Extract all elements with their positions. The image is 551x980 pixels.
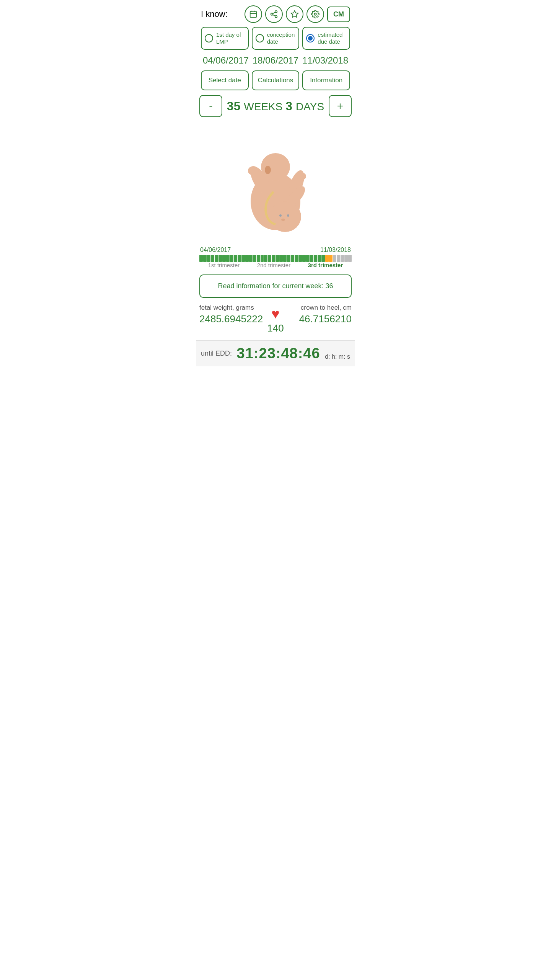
bar-cell [215,255,218,262]
bar-cell [333,255,336,262]
svg-marker-12 [291,11,298,17]
select-date-button[interactable]: Select date [201,70,249,90]
bar-cell [348,255,352,262]
weeks-row: - 35 WEEKS 3 DAYS + [196,95,355,117]
weeks-number: 35 [227,99,241,113]
crown-heel-stat: crown to heel, cm 46.7156210 [284,304,352,325]
fetal-weight-stat: fetal weight, grams 2485.6945222 [199,304,267,325]
edd-timer-value: 31:23:48:46 [237,345,320,362]
stats-row: fetal weight, grams 2485.6945222 ♥ 140 c… [196,304,355,340]
svg-point-24 [265,166,271,174]
radio-circle-edd [306,34,315,42]
radio-conception[interactable]: conceptiondate [252,27,300,50]
svg-point-17 [287,214,289,217]
bar-cell [302,255,306,262]
fetal-weight-label: fetal weight, grams [199,304,267,312]
progress-bar [199,255,352,262]
bar-cell [203,255,207,262]
radio-circle-conception [256,34,264,42]
conception-date: 18/06/2017 [253,55,298,66]
svg-point-8 [271,13,273,15]
timeline-end-date: 11/03/2018 [320,247,351,253]
cm-button[interactable]: CM [327,7,350,22]
bar-cell [325,255,329,262]
information-button[interactable]: Information [302,70,350,90]
top-icons: CM [245,5,350,23]
bar-cell [245,255,249,262]
radio-lmp[interactable]: 1st day ofLMP [201,27,249,50]
edd-date: 11/03/2018 [302,55,348,66]
bar-cell [249,255,253,262]
trimester-labels: 1st trimester 2nd trimester 3rd trimeste… [199,262,352,268]
days-unit: DAYS [296,101,324,113]
share-icon[interactable] [265,5,283,23]
timeline-dates: 04/06/2017 11/03/2018 [199,247,352,253]
bar-cell [283,255,287,262]
calculations-button[interactable]: Calculations [252,70,300,90]
bar-cell [222,255,226,262]
radio-circle-lmp [205,34,213,42]
dates-row: 04/06/2017 18/06/2017 11/03/2018 [196,53,355,70]
bar-cell [306,255,310,262]
svg-point-25 [281,219,285,221]
timeline-start-date: 04/06/2017 [200,247,231,253]
bar-cell [298,255,302,262]
bar-cell [276,255,279,262]
svg-point-16 [279,214,282,217]
dhms-label: d: h: m: s [325,353,350,362]
bar-cell [310,255,313,262]
read-info-button[interactable]: Read information for current week: 36 [199,274,352,298]
top-bar: I know: [196,0,355,27]
minus-button[interactable]: - [199,95,222,117]
action-buttons-row: Select date Calculations Information [196,70,355,90]
radio-label-edd: estimateddue date [318,31,342,45]
bar-cell [211,255,214,262]
edd-bar: until EDD: 31:23:48:46 d: h: m: s [196,340,355,366]
radio-label-lmp: 1st day ofLMP [216,31,241,45]
svg-line-10 [273,15,275,16]
bar-cell [295,255,298,262]
fetus-svg [226,125,325,240]
bar-cell [341,255,344,262]
trimester-2-label: 2nd trimester [257,262,291,268]
bar-cell [241,255,245,262]
bar-cell [218,255,222,262]
crown-heel-value: 46.7156210 [284,313,352,325]
bar-cell [238,255,241,262]
bar-cell [226,255,230,262]
bar-cell [318,255,321,262]
bar-cell [314,255,317,262]
bar-cell [230,255,233,262]
bar-cell [199,255,203,262]
bar-cell [287,255,290,262]
bar-cell [264,255,267,262]
svg-point-7 [275,11,277,13]
days-number: 3 [285,99,292,113]
bar-cell [337,255,340,262]
fetus-illustration [196,121,355,243]
radio-edd[interactable]: estimateddue date [302,27,350,50]
bar-cell [253,255,256,262]
bar-cell [234,255,237,262]
svg-point-19 [248,166,259,175]
svg-point-9 [275,16,277,18]
bar-cell [344,255,348,262]
bar-cell [207,255,210,262]
weeks-display: 35 WEEKS 3 DAYS [227,99,324,113]
settings-icon[interactable] [306,5,324,23]
bar-cell [257,255,260,262]
lmp-date: 04/06/2017 [203,55,249,66]
until-edd-label: until EDD: [201,350,232,358]
svg-rect-0 [250,11,257,18]
star-icon[interactable] [286,5,303,23]
crown-heel-label: crown to heel, cm [284,304,352,312]
radio-label-conception: conceptiondate [267,31,295,45]
calendar-icon[interactable] [245,5,262,23]
weeks-unit: WEEKS [244,101,285,113]
plus-button[interactable]: + [329,95,352,117]
svg-point-13 [314,13,316,15]
trimester-1-label: 1st trimester [208,262,240,268]
bar-cell [329,255,333,262]
timeline-section: 04/06/2017 11/03/2018 1st trimester 2nd … [196,243,355,274]
heart-rate-value: 140 [267,322,284,334]
